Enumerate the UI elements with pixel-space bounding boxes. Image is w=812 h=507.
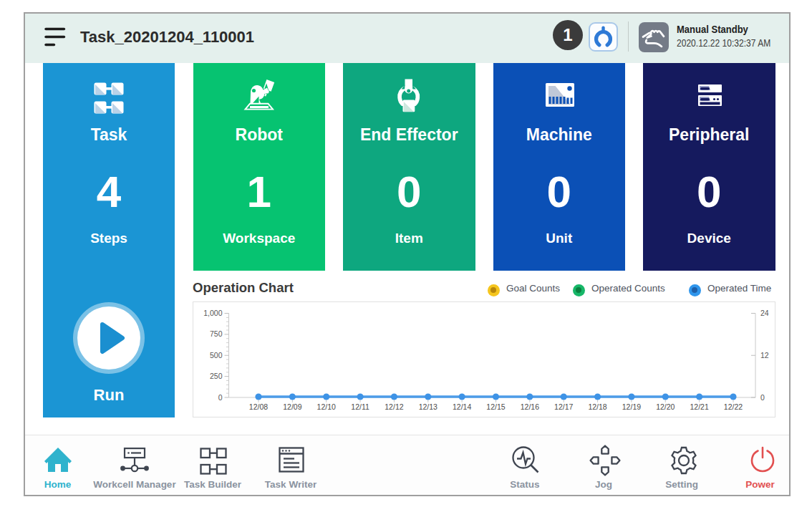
svg-text:12/17: 12/17: [554, 402, 573, 411]
svg-text:24: 24: [760, 309, 769, 317]
svg-text:500: 500: [210, 351, 223, 359]
svg-text:12/12: 12/12: [385, 402, 403, 411]
svg-text:12/10: 12/10: [317, 402, 336, 411]
svg-text:0: 0: [760, 393, 765, 402]
svg-text:12/13: 12/13: [419, 402, 438, 411]
svg-text:12/20: 12/20: [656, 402, 675, 411]
svg-text:12/14: 12/14: [453, 402, 471, 411]
svg-text:250: 250: [210, 372, 223, 380]
svg-text:12/21: 12/21: [690, 402, 708, 411]
svg-text:12: 12: [760, 351, 769, 359]
svg-text:750: 750: [210, 329, 223, 338]
svg-text:12/09: 12/09: [283, 402, 301, 411]
svg-text:12/22: 12/22: [724, 402, 743, 411]
svg-text:0: 0: [218, 393, 223, 402]
svg-text:12/19: 12/19: [622, 402, 641, 411]
svg-text:12/18: 12/18: [588, 402, 606, 411]
svg-text:12/16: 12/16: [521, 402, 539, 411]
svg-text:12/11: 12/11: [351, 402, 369, 411]
svg-text:1,000: 1,000: [203, 309, 222, 317]
svg-text:12/08: 12/08: [249, 402, 268, 411]
svg-text:12/15: 12/15: [486, 402, 505, 411]
